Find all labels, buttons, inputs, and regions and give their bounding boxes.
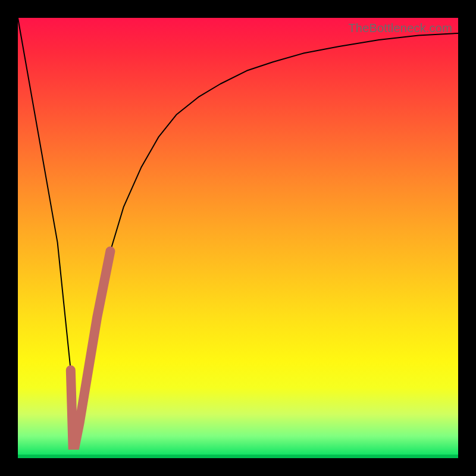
highlight-segment (71, 251, 111, 445)
plot-area: TheBottleneck.com (18, 18, 458, 458)
chart-frame: TheBottleneck.com (0, 0, 476, 476)
curve-layer (18, 18, 458, 458)
